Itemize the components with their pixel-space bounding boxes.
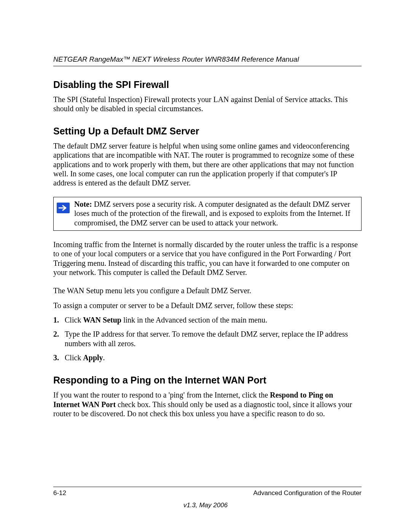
paragraph: The default DMZ server feature is helpfu… [53, 141, 362, 188]
note-body: DMZ servers pose a security risk. A comp… [74, 200, 350, 227]
note-label: Note: [74, 200, 92, 208]
paragraph: The SPI (Stateful Inspection) Firewall p… [53, 95, 362, 113]
ui-reference: WAN Setup [83, 316, 121, 324]
note-callout: Note: DMZ servers pose a security risk. … [53, 197, 362, 231]
paragraph-text: If you want the router to respond to a '… [53, 391, 270, 399]
arrow-right-icon [57, 203, 70, 213]
steps-intro: To assign a computer or server to be a D… [53, 301, 362, 310]
step-text: Click [65, 316, 83, 324]
step-item: Click Apply. [53, 353, 362, 363]
steps-list: Click WAN Setup link in the Advanced sec… [53, 315, 362, 363]
section-title: Advanced Configuration of the Router [253, 489, 362, 497]
paragraph: If you want the router to respond to a '… [53, 390, 362, 418]
page-footer: 6-12 Advanced Configuration of the Route… [53, 487, 362, 497]
step-item: Type the IP address for that server. To … [53, 329, 362, 348]
step-text: . [103, 353, 105, 362]
ui-reference: Apply [83, 353, 103, 362]
step-item: Click WAN Setup link in the Advanced sec… [53, 315, 362, 325]
step-text: Click [65, 353, 83, 362]
heading-default-dmz-server: Setting Up a Default DMZ Server [53, 126, 362, 137]
page-number: 6-12 [53, 489, 66, 497]
note-text: Note: DMZ servers pose a security risk. … [73, 197, 361, 230]
heading-spi-firewall: Disabling the SPI Firewall [53, 79, 362, 90]
note-icon-cell [54, 197, 73, 230]
paragraph: Incoming traffic from the Internet is no… [53, 240, 362, 277]
step-text: Type the IP address for that server. To … [65, 330, 348, 348]
running-header: NETGEAR RangeMax™ NEXT Wireless Router W… [53, 55, 362, 66]
version-line: v1.3, May 2006 [0, 502, 411, 509]
paragraph: The WAN Setup menu lets you configure a … [53, 286, 362, 295]
heading-responding-to-ping: Responding to a Ping on the Internet WAN… [53, 375, 362, 386]
step-text: link in the Advanced section of the main… [121, 316, 267, 324]
manual-page: NETGEAR RangeMax™ NEXT Wireless Router W… [0, 0, 411, 532]
